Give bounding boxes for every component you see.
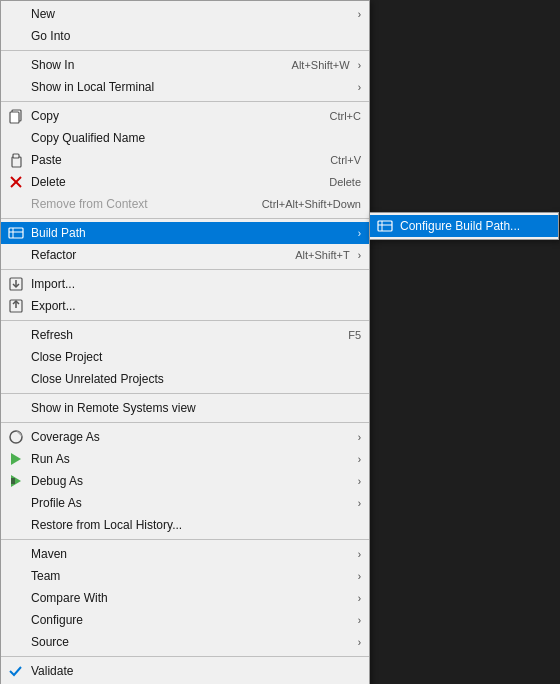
- svg-marker-14: [11, 453, 21, 465]
- menu-item-team[interactable]: Team ›: [1, 565, 369, 587]
- coverage-icon: [7, 428, 25, 446]
- copy-icon: [7, 107, 25, 125]
- menu-item-maven[interactable]: Maven ›: [1, 543, 369, 565]
- menu-item-refactor[interactable]: Refactor Alt+Shift+T ›: [1, 244, 369, 266]
- import-icon: [7, 275, 25, 293]
- arrow-icon: ›: [358, 571, 361, 582]
- menu-item-close-unrelated[interactable]: Close Unrelated Projects: [1, 368, 369, 390]
- menu-item-configure[interactable]: Configure ›: [1, 609, 369, 631]
- menu-item-close-project[interactable]: Close Project: [1, 346, 369, 368]
- menu-item-import[interactable]: Import...: [1, 273, 369, 295]
- context-menu: New › Go Into Show In Alt+Shift+W › Show…: [0, 0, 370, 684]
- run-icon: [7, 450, 25, 468]
- buildpath-icon: [7, 224, 25, 242]
- svg-rect-17: [378, 221, 392, 231]
- menu-item-show-in[interactable]: Show In Alt+Shift+W ›: [1, 54, 369, 76]
- menu-item-validate[interactable]: Validate: [1, 660, 369, 682]
- arrow-icon: ›: [358, 60, 361, 71]
- arrow-icon: ›: [358, 476, 361, 487]
- arrow-icon: ›: [358, 593, 361, 604]
- menu-item-build-path[interactable]: Build Path ›: [1, 222, 369, 244]
- menu-item-show-remote[interactable]: Show in Remote Systems view: [1, 397, 369, 419]
- checkmark-icon: [7, 662, 25, 680]
- menu-item-show-local-terminal[interactable]: Show in Local Terminal ›: [1, 76, 369, 98]
- arrow-icon: ›: [358, 250, 361, 261]
- arrow-icon: ›: [358, 228, 361, 239]
- delete-icon: [7, 173, 25, 191]
- svg-rect-16: [11, 478, 15, 484]
- menu-item-paste[interactable]: Paste Ctrl+V: [1, 149, 369, 171]
- menu-item-profile-as[interactable]: Profile As ›: [1, 492, 369, 514]
- separator-2: [1, 101, 369, 102]
- separator-5: [1, 320, 369, 321]
- separator-8: [1, 539, 369, 540]
- menu-item-copy-qualified[interactable]: Copy Qualified Name: [1, 127, 369, 149]
- arrow-icon: ›: [358, 432, 361, 443]
- separator-3: [1, 218, 369, 219]
- separator-7: [1, 422, 369, 423]
- menu-item-copy[interactable]: Copy Ctrl+C: [1, 105, 369, 127]
- svg-rect-3: [13, 154, 19, 158]
- configure-buildpath-icon: [376, 217, 394, 235]
- arrow-icon: ›: [358, 9, 361, 20]
- menu-item-delete[interactable]: Delete Delete: [1, 171, 369, 193]
- menu-item-run-as[interactable]: Run As ›: [1, 448, 369, 470]
- debug-icon: [7, 472, 25, 490]
- menu-item-export[interactable]: Export...: [1, 295, 369, 317]
- menu-item-remove-context[interactable]: Remove from Context Ctrl+Alt+Shift+Down: [1, 193, 369, 215]
- menu-item-debug-as[interactable]: Debug As ›: [1, 470, 369, 492]
- arrow-icon: ›: [358, 454, 361, 465]
- menu-item-coverage-as[interactable]: Coverage As ›: [1, 426, 369, 448]
- submenu-build-path: Configure Build Path...: [369, 212, 559, 240]
- menu-item-new[interactable]: New ›: [1, 3, 369, 25]
- arrow-icon: ›: [358, 498, 361, 509]
- menu-item-go-into[interactable]: Go Into: [1, 25, 369, 47]
- arrow-icon: ›: [358, 549, 361, 560]
- menu-item-configure-build-path[interactable]: Configure Build Path...: [370, 215, 558, 237]
- paste-icon: [7, 151, 25, 169]
- svg-rect-1: [10, 112, 19, 123]
- separator-1: [1, 50, 369, 51]
- separator-6: [1, 393, 369, 394]
- separator-4: [1, 269, 369, 270]
- arrow-icon: ›: [358, 637, 361, 648]
- svg-rect-6: [9, 228, 23, 238]
- export-icon: [7, 297, 25, 315]
- menu-item-compare-with[interactable]: Compare With ›: [1, 587, 369, 609]
- separator-9: [1, 656, 369, 657]
- menu-item-source[interactable]: Source ›: [1, 631, 369, 653]
- arrow-icon: ›: [358, 82, 361, 93]
- menu-item-restore-history[interactable]: Restore from Local History...: [1, 514, 369, 536]
- menu-item-refresh[interactable]: Refresh F5: [1, 324, 369, 346]
- arrow-icon: ›: [358, 615, 361, 626]
